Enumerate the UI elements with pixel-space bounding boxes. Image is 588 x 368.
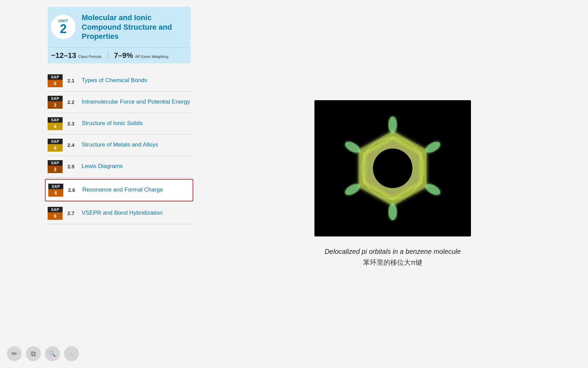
left-panel: UNIT 2 Molecular and Ionic Compound Stru…	[0, 0, 197, 368]
topic-item-2-6[interactable]: SAP 6 2.6 Resonance and Formal Charge	[45, 179, 193, 201]
benzene-image	[314, 100, 471, 236]
ap-weight-label: AP Exam Weighting	[135, 55, 168, 59]
topic-title: Structure of Metals and Alloys	[82, 141, 158, 149]
sap-label: SAP	[48, 139, 63, 144]
sap-label: SAP	[48, 207, 63, 212]
topic-number: 2.4	[67, 142, 77, 148]
class-periods-number: ~12–13	[51, 51, 76, 60]
more-icon: ···	[70, 351, 74, 356]
svg-point-12	[374, 150, 411, 187]
topic-number: 2.2	[67, 99, 77, 105]
sap-badge: SAP 3	[48, 160, 63, 173]
more-button[interactable]: ···	[64, 346, 79, 361]
unit-title: Molecular and Ionic Compound Structure a…	[82, 13, 184, 41]
sap-badge: SAP 4	[48, 117, 63, 130]
caption-text: Delocalized pi orbitals in a benzene mol…	[325, 248, 461, 255]
topic-title: VSEPR and Bond Hybridization	[82, 209, 163, 217]
topic-item-2-4[interactable]: SAP 4 2.4 Structure of Metals and Alloys	[48, 135, 191, 156]
unit-circle: UNIT 2	[51, 15, 76, 39]
caption-chinese: 苯环里的移位大π键	[363, 259, 422, 266]
sap-label: SAP	[48, 74, 63, 80]
right-panel: Delocalized pi orbitals in a benzene mol…	[197, 0, 588, 368]
svg-point-8	[389, 204, 397, 220]
sap-number: 6	[48, 189, 63, 197]
class-periods-label: Class Periods	[78, 55, 101, 59]
sap-number: 4	[48, 123, 63, 130]
sap-number: 6	[48, 80, 63, 87]
sap-badge: SAP 6	[48, 74, 63, 87]
sap-number: 6	[48, 212, 63, 220]
ap-weight-item: 7–9% AP Exam Weighting	[114, 51, 168, 60]
edit-icon: ✏	[12, 350, 17, 358]
sap-number: 3	[48, 166, 63, 173]
topic-item-2-2[interactable]: SAP 3 2.2 Intramolecular Force and Poten…	[48, 92, 191, 113]
topic-item-2-1[interactable]: SAP 6 2.1 Types of Chemical Bonds	[48, 70, 191, 92]
topic-number: 2.3	[67, 121, 77, 126]
topic-title: Structure of Ionic Solids	[82, 120, 143, 127]
sap-badge: SAP 3	[48, 96, 63, 109]
topic-title: Types of Chemical Bonds	[82, 77, 147, 84]
topic-title: Lewis Diagrams	[82, 163, 123, 170]
topic-number: 2.7	[67, 210, 77, 216]
sap-label: SAP	[48, 117, 63, 123]
bottom-toolbar: ✏ ⧉ 🔍 ···	[7, 346, 79, 361]
search-icon: 🔍	[49, 351, 56, 357]
unit-header: UNIT 2 Molecular and Ionic Compound Stru…	[48, 7, 191, 47]
topic-title: Resonance and Formal Charge	[82, 186, 163, 194]
meta-divider	[108, 50, 108, 61]
sap-number: 3	[48, 101, 63, 109]
topic-item-2-3[interactable]: SAP 4 2.3 Structure of Ionic Solids	[48, 113, 191, 135]
topic-list: SAP 6 2.1 Types of Chemical Bonds SAP 3 …	[48, 70, 191, 224]
class-periods-item: ~12–13 Class Periods	[51, 51, 101, 60]
sap-badge: SAP 4	[48, 139, 63, 152]
topic-number: 2.5	[67, 164, 77, 169]
unit-number: 2	[60, 23, 67, 35]
copy-button[interactable]: ⧉	[26, 346, 41, 361]
sap-badge: SAP 6	[48, 207, 63, 220]
topic-item-2-5[interactable]: SAP 3 2.5 Lewis Diagrams	[48, 156, 191, 178]
topic-item-2-7[interactable]: SAP 6 2.7 VSEPR and Bond Hybridization	[48, 203, 191, 224]
sap-number: 4	[48, 144, 63, 152]
copy-icon: ⧉	[31, 350, 36, 358]
edit-button[interactable]: ✏	[7, 346, 22, 361]
unit-meta: ~12–13 Class Periods 7–9% AP Exam Weight…	[48, 47, 191, 63]
topic-number: 2.1	[67, 78, 77, 83]
topic-number: 2.6	[68, 187, 78, 193]
svg-point-5	[389, 117, 397, 133]
sap-label: SAP	[48, 96, 63, 101]
topic-title: Intramolecular Force and Potential Energ…	[82, 98, 190, 106]
benzene-caption: Delocalized pi orbitals in a benzene mol…	[325, 246, 461, 268]
sap-badge: SAP 6	[48, 184, 63, 197]
sap-label: SAP	[48, 160, 63, 166]
ap-weight-number: 7–9%	[114, 51, 133, 60]
search-button[interactable]: 🔍	[45, 346, 60, 361]
sap-label: SAP	[48, 184, 63, 189]
